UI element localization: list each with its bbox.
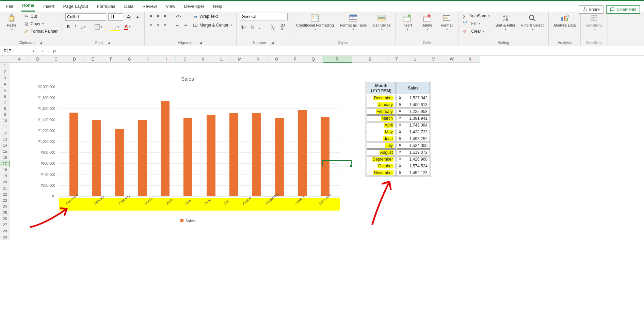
cell-month[interactable]: November	[367, 170, 396, 176]
underline-button[interactable]: U▾	[79, 23, 87, 30]
table-row[interactable]: October1,574,524	[367, 163, 430, 169]
column-header[interactable]: F	[102, 56, 120, 63]
table-row[interactable]: March1,391,941	[367, 115, 430, 121]
italic-button[interactable]: I	[73, 23, 77, 30]
row-header[interactable]: 29	[0, 234, 10, 240]
increase-font-button[interactable]: A^	[125, 13, 133, 21]
paste-button[interactable]: Paste▾	[3, 13, 20, 32]
column-header[interactable]: O	[268, 56, 286, 63]
clear-button[interactable]: Clear▾	[462, 28, 490, 35]
row-header[interactable]: 18	[0, 167, 10, 173]
accounting-format-button[interactable]: $▾	[240, 24, 247, 31]
insert-cells-button[interactable]: +Insert▾	[399, 13, 415, 32]
row-header[interactable]: 27	[0, 222, 10, 228]
column-header[interactable]: N	[249, 56, 268, 63]
cell-sales[interactable]: 1,426,960	[397, 156, 430, 162]
chart-bar[interactable]	[275, 118, 284, 196]
column-header[interactable]: P	[286, 56, 304, 63]
cell-sales[interactable]: 1,428,733	[397, 129, 430, 135]
column-header[interactable]: S	[352, 56, 388, 63]
cell-month[interactable]: July	[367, 143, 396, 149]
table-row[interactable]: February1,222,958	[367, 109, 430, 115]
row-header[interactable]: 4	[0, 81, 10, 87]
autosum-button[interactable]: ∑ AutoSum▾	[462, 13, 490, 19]
tab-formulas[interactable]: Formulas	[96, 2, 116, 12]
row-header[interactable]: 17	[0, 161, 10, 167]
row-header[interactable]: 22	[0, 191, 10, 197]
table-row[interactable]: May1,428,733	[367, 129, 430, 135]
enter-formula-icon[interactable]: ✓	[47, 49, 50, 53]
cell-sales[interactable]: 1,745,084	[397, 122, 430, 128]
column-header[interactable]: G	[120, 56, 139, 63]
cell-month[interactable]: June	[367, 136, 396, 142]
decrease-indent-button[interactable]: ⇤	[174, 22, 180, 29]
tab-page-layout[interactable]: Page Layout	[63, 2, 89, 12]
cell-sales[interactable]: 1,452,123	[397, 170, 430, 176]
dialog-launcher-icon[interactable]: ◢	[198, 40, 203, 45]
name-box[interactable]: R17▾	[2, 47, 36, 55]
row-header[interactable]: 2	[0, 69, 10, 75]
table-row[interactable]: November1,452,123	[367, 170, 430, 176]
select-all-corner[interactable]	[0, 56, 10, 63]
dialog-launcher-icon[interactable]: ◢	[107, 40, 111, 45]
decrease-decimal-button[interactable]: .00.0	[279, 22, 286, 32]
cell-sales[interactable]: 1,391,941	[397, 115, 430, 121]
row-header[interactable]: 24	[0, 203, 10, 210]
increase-decimal-button[interactable]: .0.00	[269, 22, 277, 32]
sales-data-table[interactable]: Month (YYYYMM) Sales December1,527,942Ja…	[366, 81, 431, 177]
column-header[interactable]: R	[323, 56, 352, 63]
cell-sales[interactable]: 1,574,524	[397, 163, 430, 169]
wrap-text-button[interactable]: Wrap Text	[192, 13, 233, 20]
align-bottom-button[interactable]: ≡	[162, 13, 167, 20]
worksheet-grid[interactable]: ABCDEFGHIJKLMNOPQRSTUVWX 123456789101112…	[0, 56, 644, 314]
chart-object[interactable]: Sales ¥-¥200,000¥400,000¥600,000¥800,000…	[28, 73, 347, 227]
comments-button[interactable]: Comments	[606, 5, 640, 14]
align-left-button[interactable]: ≡	[148, 22, 153, 29]
conditional-formatting-button[interactable]: Conditional Formatting▾	[295, 13, 335, 32]
cell-sales[interactable]: 1,222,958	[397, 109, 430, 115]
column-header[interactable]: E	[84, 56, 102, 63]
analyze-data-button[interactable]: Analyze Data	[552, 13, 577, 28]
cell-month[interactable]: August	[367, 149, 396, 155]
row-header[interactable]: 11	[0, 124, 10, 130]
column-header[interactable]: L	[212, 56, 231, 63]
table-row[interactable]: June1,493,252	[367, 136, 430, 142]
dialog-launcher-icon[interactable]: ◢	[39, 40, 43, 45]
chart-bar[interactable]	[321, 117, 329, 196]
cell-sales[interactable]: 1,519,072	[397, 149, 430, 155]
format-cells-button[interactable]: Format▾	[438, 13, 455, 32]
row-header[interactable]: 12	[0, 130, 10, 136]
chart-bar[interactable]	[115, 129, 124, 196]
column-header[interactable]: D	[65, 56, 84, 63]
font-name-select[interactable]	[65, 13, 106, 21]
chart-bar[interactable]	[183, 118, 192, 196]
column-header[interactable]: I	[157, 56, 176, 63]
align-right-button[interactable]: ≡	[162, 22, 167, 29]
align-middle-button[interactable]: ≡	[155, 13, 160, 20]
cell-month[interactable]: January	[367, 102, 396, 108]
tab-home[interactable]: Home	[21, 1, 35, 12]
fill-button[interactable]: Fill▾	[462, 20, 490, 27]
align-top-button[interactable]: ≡	[148, 13, 153, 20]
row-header[interactable]: 5	[0, 87, 10, 93]
column-header[interactable]: K	[194, 56, 212, 63]
table-row[interactable]: December1,527,942	[367, 95, 430, 101]
column-header[interactable]: X	[461, 56, 480, 63]
number-format-select[interactable]	[240, 13, 288, 20]
align-center-button[interactable]: ≡	[155, 22, 160, 29]
cell-month[interactable]: April	[367, 122, 396, 128]
cell-month[interactable]: May	[367, 129, 396, 135]
row-header[interactable]: 15	[0, 148, 10, 154]
column-header[interactable]: W	[443, 56, 461, 63]
table-row[interactable]: April1,745,084	[367, 122, 430, 128]
tab-help[interactable]: Help	[212, 2, 223, 12]
row-header[interactable]: 9	[0, 112, 10, 118]
tab-insert[interactable]: Insert	[43, 2, 55, 12]
row-header[interactable]: 28	[0, 228, 10, 234]
cell-month[interactable]: December	[367, 95, 396, 101]
chart-bar[interactable]	[92, 120, 101, 196]
borders-button[interactable]: ▾	[93, 23, 104, 31]
row-header[interactable]: 21	[0, 185, 10, 191]
tab-review[interactable]: Review	[142, 2, 158, 12]
chart-bar[interactable]	[252, 113, 261, 196]
